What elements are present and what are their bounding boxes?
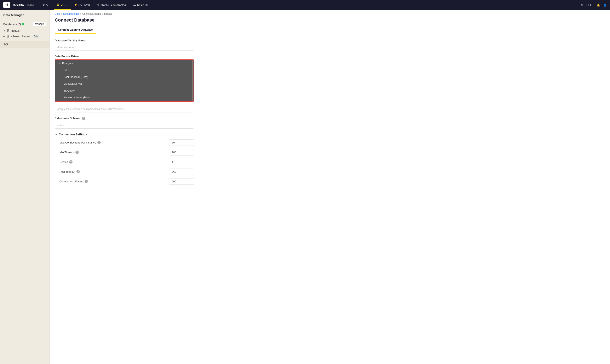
nav-api[interactable]: ⊕ API: [39, 0, 54, 10]
connection-string-group: [55, 106, 194, 112]
pool-timeout-row: Pool Timeout ?: [59, 169, 194, 175]
app-logo: H HASURA v2.16.0: [3, 2, 34, 8]
driver-dropdown[interactable]: ✓ Postgres Citus CockroachDB (Beta): [55, 59, 194, 102]
logo-icon: H: [3, 2, 10, 8]
breadcrumb-data[interactable]: Data: [55, 13, 60, 15]
idle-timeout-input[interactable]: [169, 149, 194, 156]
max-connections-row: Max Connections Per Instance ?: [59, 139, 194, 146]
retries-input[interactable]: [169, 159, 194, 165]
idle-timeout-help-icon[interactable]: ?: [75, 151, 79, 154]
driver-dropdown-menu: ✓ Postgres Citus CockroachDB (Beta): [55, 60, 193, 101]
connection-settings-label: Connection Settings: [59, 133, 87, 136]
nav-remote-schemas[interactable]: ⚙ REMOTE SCHEMAS: [94, 0, 130, 10]
nav-actions[interactable]: ⚡ ACTIONS: [71, 0, 94, 10]
events-icon: ☁: [133, 3, 136, 6]
form-content: Database Display Name Data Source Driver…: [50, 34, 199, 194]
max-connections-help-icon[interactable]: ?: [97, 141, 101, 144]
connection-string-input[interactable]: [55, 106, 194, 112]
pool-timeout-input[interactable]: [169, 169, 194, 175]
pool-timeout-help-icon[interactable]: ?: [76, 170, 80, 173]
dropdown-item-postgres[interactable]: ✓ Postgres: [55, 60, 193, 67]
topnav-right: ⚙ HELP 🔔 👤: [581, 3, 607, 7]
database-name-group: Database Display Name: [55, 39, 194, 51]
data-source-driver-group: Data Source Driver ✓ Postgres Citus: [55, 55, 194, 102]
help-label[interactable]: HELP: [586, 3, 593, 7]
breadcrumb: Data › Data Manager › Connect Existing D…: [50, 10, 610, 17]
db-icon: 🗄: [7, 29, 10, 32]
main-content: Data › Data Manager › Connect Existing D…: [50, 10, 610, 364]
remote-schemas-icon: ⚙: [97, 3, 100, 6]
idle-timeout-label: Idle Timeout ?: [59, 151, 169, 154]
connection-settings-group: ▼ Connection Settings Max Connections Pe…: [55, 133, 194, 185]
sidebar-item-athena[interactable]: ▶ 🗄 athena_chinook Beta: [0, 34, 50, 39]
data-source-driver-label: Data Source Driver: [55, 55, 194, 58]
nav-items: ⊕ API ☰ DATA ⚡ ACTIONS ⚙ REMOTE SCHEMAS …: [39, 0, 581, 10]
chevron-right-icon: ▶: [3, 35, 5, 38]
actions-icon: ⚡: [74, 3, 77, 6]
connection-lifetime-input[interactable]: [169, 178, 194, 185]
app-version: v2.16.0: [27, 4, 34, 6]
db-icon: 🗄: [7, 35, 9, 38]
sidebar-title: Data Manager: [0, 10, 50, 20]
app-name: HASURA: [12, 3, 24, 7]
check-icon: ✓: [58, 62, 60, 65]
tab-connect-existing[interactable]: Connect Existing Database: [55, 26, 96, 34]
nav-events[interactable]: ☁ EVENTS: [130, 0, 151, 10]
bell-icon[interactable]: 🔔: [597, 3, 600, 7]
connection-lifetime-label: Connection Lifetime ?: [59, 180, 169, 183]
pool-timeout-label: Pool Timeout ?: [59, 170, 169, 173]
tabs: Connect Existing Database: [50, 26, 610, 34]
databases-label: Databases (2): [3, 23, 24, 26]
page-title: Connect Database: [50, 17, 610, 26]
chevron-down-icon: ▼: [55, 133, 58, 136]
database-name-label: Database Display Name: [55, 39, 194, 42]
nav-data[interactable]: ☰ DATA: [54, 0, 71, 10]
breadcrumb-sep-1: ›: [61, 13, 62, 15]
user-icon[interactable]: 👤: [603, 3, 607, 7]
dropdown-item-mssql[interactable]: MS SQL Server: [55, 80, 193, 87]
databases-section: Databases (2) Manage: [0, 20, 50, 28]
beta-badge: Beta: [33, 35, 39, 38]
chevron-down-icon: ▼: [3, 30, 5, 32]
top-navigation: H HASURA v2.16.0 ⊕ API ☰ DATA ⚡ ACTIONS …: [0, 0, 610, 10]
database-name-input[interactable]: [55, 44, 194, 51]
extensions-schema-group: Extensions Schema ?: [55, 117, 194, 129]
dropdown-item-bigquery[interactable]: BigQuery: [55, 87, 193, 94]
manage-button[interactable]: Manage: [33, 22, 46, 26]
dropdown-item-cockroachdb[interactable]: CockroachDB (Beta): [55, 74, 193, 80]
sidebar-item-default[interactable]: ▼ 🗄 default: [0, 28, 50, 34]
connection-lifetime-help-icon[interactable]: ?: [84, 180, 88, 183]
connection-settings-toggle[interactable]: ▼ Connection Settings: [55, 133, 194, 136]
extensions-help-icon[interactable]: ?: [82, 117, 85, 120]
api-icon: ⊕: [42, 3, 45, 6]
sidebar: Data Manager Databases (2) Manage ▼ 🗄 de…: [0, 10, 50, 364]
retries-row: Retries ?: [59, 159, 194, 165]
dropdown-scrollbar[interactable]: [192, 60, 193, 101]
main-layout: Data Manager Databases (2) Manage ▼ 🗄 de…: [0, 10, 610, 364]
idle-timeout-row: Idle Timeout ?: [59, 149, 194, 156]
sidebar-item-sql[interactable]: SQL: [0, 41, 50, 48]
max-connections-label: Max Connections Per Instance ?: [59, 141, 169, 144]
max-connections-input[interactable]: [169, 139, 194, 146]
breadcrumb-current: Connect Existing Database: [82, 13, 112, 15]
breadcrumb-data-manager[interactable]: Data Manager: [63, 13, 79, 15]
breadcrumb-sep-2: ›: [80, 13, 81, 15]
dropdown-item-athena[interactable]: Amazon Athena (Beta): [55, 94, 193, 101]
settings-icon[interactable]: ⚙: [581, 3, 583, 7]
connection-status-dot: [22, 23, 24, 25]
extensions-schema-label: Extensions Schema ?: [55, 117, 194, 120]
retries-help-icon[interactable]: ?: [69, 160, 72, 164]
retries-label: Retries ?: [59, 160, 169, 164]
connection-lifetime-row: Connection Lifetime ?: [59, 178, 194, 185]
connection-settings-panel: Max Connections Per Instance ? Idle Time…: [55, 139, 194, 185]
dropdown-item-snowflake[interactable]: snowflake (Beta): [55, 101, 193, 101]
extensions-schema-input[interactable]: [55, 122, 194, 129]
dropdown-item-citus[interactable]: Citus: [55, 67, 193, 74]
data-icon: ☰: [57, 3, 59, 6]
